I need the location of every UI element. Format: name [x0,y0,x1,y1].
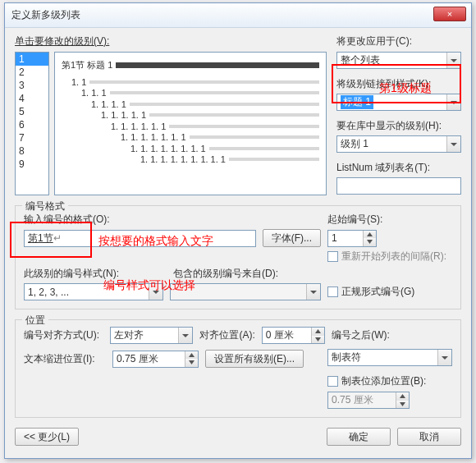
right-panel: 整个列表 将级别链接到样式(K): 标题 1 要在库中显示的级别(H): 级别 … [336,52,461,195]
chevron-down-icon[interactable] [178,328,192,343]
follow-value: 制表符 [332,351,361,364]
this-level-style-value: 1, 2, 3, ... [28,287,69,298]
svg-marker-14 [400,402,405,406]
svg-marker-7 [182,334,189,337]
spinner-up-icon[interactable] [364,231,376,239]
svg-marker-5 [153,291,159,294]
checkbox-icon [327,251,338,262]
level-item[interactable]: 6 [16,118,48,131]
enter-format-label: 输入编号的格式(O): [24,213,110,227]
align-select[interactable]: 左对齐 [110,327,194,344]
restart-checkbox[interactable]: 重新开始列表的间隔(R): [327,250,452,264]
spinner-down-icon[interactable] [364,238,376,246]
format-input[interactable]: 第1节 ↵ [24,230,256,247]
dialog-body: 单击要修改的级别(V): 将更改应用于(C): 1 2 3 4 5 6 7 8 … [5,28,471,454]
preview-indent: 1. 1. 1. 1. 1. 1 [111,121,166,131]
preview-indent: 1. 1. 1. 1. 1. 1. 1 [121,132,186,142]
spinner-down-icon[interactable] [185,359,198,367]
show-in-gallery-select[interactable]: 级别 1 [336,135,461,153]
follow-label: 编号之后(W): [332,328,452,342]
preview-indent: 1. 1. 1. 1. 1. 1. 1. 1. 1 [140,154,226,164]
include-from-select[interactable] [170,283,321,300]
apply-to-select[interactable]: 整个列表 [336,52,461,69]
close-icon: × [447,9,452,19]
chevron-down-icon[interactable] [446,53,460,68]
link-style-select[interactable]: 标题 1 [336,94,461,111]
format-value: 第1节 [28,232,53,245]
align-at-value: 0 厘米 [263,328,311,343]
titlebar[interactable]: 定义新多级列表 × [5,3,471,28]
level-item[interactable]: 7 [16,131,48,144]
svg-marker-2 [451,143,457,146]
level-item[interactable]: 2 [16,66,48,79]
start-at-label: 起始编号(S): [327,213,452,227]
svg-marker-8 [315,329,321,333]
include-from-label: 包含的级别编号来自(D): [173,267,323,281]
svg-marker-9 [315,337,321,342]
apply-to-label: 将更改应用于(C): [336,34,461,48]
click-level-label: 单击要修改的级别(V): [15,34,109,48]
level-item[interactable]: 5 [16,105,48,118]
less-button[interactable]: << 更少(L) [15,428,79,446]
legal-checkbox[interactable]: 正规形式编号(G) [327,285,452,299]
svg-marker-13 [400,394,405,398]
level-list[interactable]: 1 2 3 4 5 6 7 8 9 [15,52,49,195]
indent-label: 文本缩进位置(I): [24,352,106,366]
start-at-value: 1 [328,231,363,246]
restart-label: 重新开始列表的间隔(R): [341,250,446,264]
listnum-input[interactable] [336,177,461,195]
align-at-spinner[interactable]: 0 厘米 [262,327,325,344]
listnum-label: ListNum 域列表名(T): [336,161,461,175]
position-title: 位置 [22,314,48,328]
preview-line-1: 第1节 标题 1 [62,59,112,71]
start-at-spinner[interactable]: 1 [327,230,377,247]
preview-panel: 第1节 标题 1 1. 1 1. 1. 1 1. 1. 1. 1 1. 1. 1… [54,52,327,195]
chevron-down-icon[interactable] [437,350,451,365]
svg-marker-12 [189,360,195,364]
tab-add-label: 制表位添加位置(B): [341,374,426,388]
set-all-button[interactable]: 设置所有级别(E)... [205,350,304,368]
link-style-value: 标题 1 [341,95,373,109]
svg-marker-6 [310,291,317,294]
legal-label: 正规形式编号(G) [341,285,414,299]
link-style-label: 将级别链接到样式(K): [336,77,461,91]
tab-add-checkbox[interactable]: 制表位添加位置(B): [327,374,452,388]
spinner-down-icon [396,401,409,409]
this-level-style-label: 此级别的编号样式(N): [24,267,119,281]
level-item[interactable]: 3 [16,79,48,92]
svg-marker-11 [189,353,195,357]
preview-indent: 1. 1. 1 [81,88,107,98]
preview-indent: 1. 1. 1. 1. 1. 1. 1. 1 [130,144,206,154]
chevron-down-icon[interactable] [446,136,460,152]
align-at-label: 对齐位置(A): [199,328,254,342]
cancel-button[interactable]: 取消 [397,428,461,446]
align-label: 编号对齐方式(U): [24,328,103,342]
indent-value: 0.75 厘米 [113,351,185,367]
number-format-group: 编号格式 输入编号的格式(O): 起始编号(S): 第1节 ↵ 字体(F)...… [15,205,461,309]
close-button[interactable]: × [433,7,466,21]
align-value: 左对齐 [114,328,144,342]
tab-spinner: 0.75 厘米 [327,392,410,409]
chevron-down-icon[interactable] [306,284,320,300]
chevron-down-icon[interactable] [446,94,460,110]
ok-button[interactable]: 确定 [327,428,391,446]
this-level-style-select[interactable]: 1, 2, 3, ... [24,283,163,300]
spinner-up-icon [396,392,409,401]
level-item[interactable]: 1 [16,53,48,66]
chevron-down-icon[interactable] [149,284,162,300]
spinner-down-icon[interactable] [312,336,324,344]
level-item[interactable]: 4 [16,92,48,105]
level-item[interactable]: 9 [16,158,48,171]
spinner-up-icon[interactable] [312,328,324,336]
font-button[interactable]: 字体(F)... [263,229,321,247]
apply-to-value: 整个列表 [341,53,380,67]
preview-indent: 1. 1. 1. 1 [91,99,126,109]
level-item[interactable]: 8 [16,144,48,158]
svg-marker-3 [367,232,373,236]
checkbox-icon [327,287,338,297]
svg-marker-0 [451,59,457,62]
spinner-up-icon[interactable] [185,351,198,360]
indent-spinner[interactable]: 0.75 厘米 [112,351,199,368]
position-group: 位置 编号对齐方式(U): 左对齐 对齐位置(A): 0 厘米 编号之后(W): [15,319,461,418]
follow-select[interactable]: 制表符 [327,349,452,366]
